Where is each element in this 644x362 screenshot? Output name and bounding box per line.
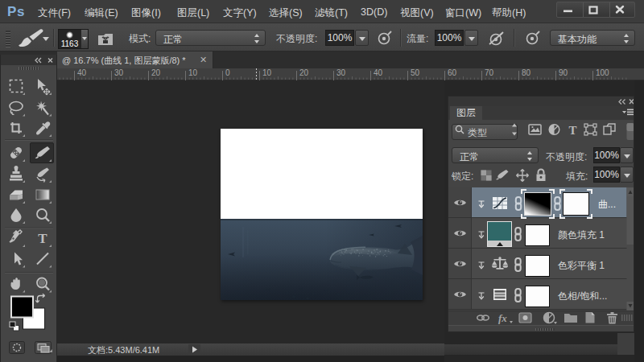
svg-text:40: 40 xyxy=(374,68,383,77)
svg-text:80: 80 xyxy=(522,68,531,77)
svg-text:T: T xyxy=(38,231,47,246)
svg-text:30: 30 xyxy=(114,68,124,77)
svg-text:90: 90 xyxy=(559,68,568,77)
svg-text:100: 100 xyxy=(596,68,609,77)
svg-text:fx: fx xyxy=(498,312,507,324)
svg-text:10: 10 xyxy=(262,68,272,77)
svg-text:0: 0 xyxy=(225,68,230,77)
svg-text:10: 10 xyxy=(188,68,198,77)
svg-text:70: 70 xyxy=(485,68,494,77)
svg-text:50: 50 xyxy=(411,68,420,77)
svg-text:20: 20 xyxy=(299,68,309,77)
svg-text:20: 20 xyxy=(151,68,161,77)
svg-text:40: 40 xyxy=(77,68,87,77)
svg-text:30: 30 xyxy=(336,68,346,77)
svg-text:T: T xyxy=(568,124,576,137)
svg-text:60: 60 xyxy=(448,68,457,77)
